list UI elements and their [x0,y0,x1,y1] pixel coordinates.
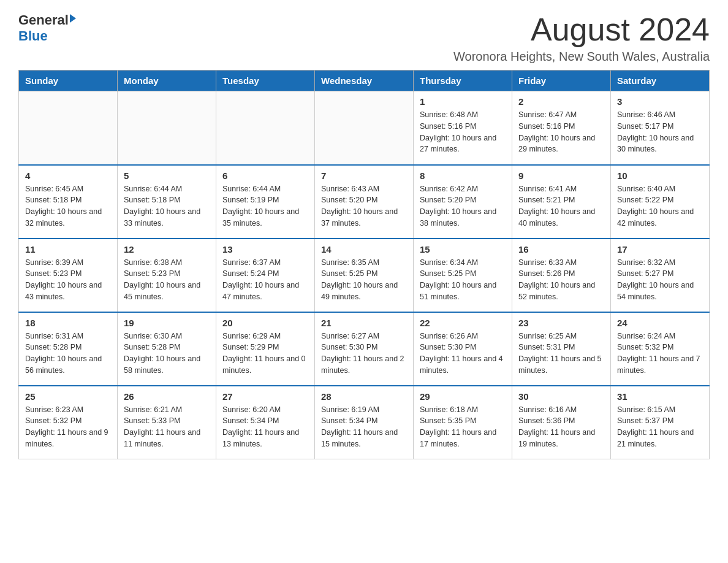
day-number: 29 [420,391,506,402]
calendar-cell: 21Sunrise: 6:27 AMSunset: 5:30 PMDayligh… [315,312,414,386]
day-info: Sunrise: 6:30 AMSunset: 5:28 PMDaylight:… [124,331,210,377]
calendar-cell: 25Sunrise: 6:23 AMSunset: 5:32 PMDayligh… [19,386,118,459]
calendar-cell: 9Sunrise: 6:41 AMSunset: 5:21 PMDaylight… [512,165,611,239]
day-number: 14 [321,244,407,255]
calendar-cell: 13Sunrise: 6:37 AMSunset: 5:24 PMDayligh… [216,239,315,312]
day-number: 26 [124,391,210,402]
day-info: Sunrise: 6:48 AMSunset: 5:16 PMDaylight:… [420,109,506,155]
calendar-cell [118,91,216,165]
calendar-cell: 1Sunrise: 6:48 AMSunset: 5:16 PMDaylight… [414,91,512,165]
calendar-cell: 2Sunrise: 6:47 AMSunset: 5:16 PMDaylight… [512,91,611,165]
day-number: 11 [25,244,111,255]
day-info: Sunrise: 6:27 AMSunset: 5:30 PMDaylight:… [321,331,407,377]
calendar-cell: 31Sunrise: 6:15 AMSunset: 5:37 PMDayligh… [611,386,710,459]
calendar-cell: 12Sunrise: 6:38 AMSunset: 5:23 PMDayligh… [118,239,216,312]
day-number: 2 [518,96,604,107]
day-info: Sunrise: 6:34 AMSunset: 5:25 PMDaylight:… [420,257,506,303]
calendar-cell: 5Sunrise: 6:44 AMSunset: 5:18 PMDaylight… [118,165,216,239]
day-number: 5 [124,170,210,181]
day-number: 10 [617,170,703,181]
col-friday: Friday [512,71,611,91]
day-info: Sunrise: 6:44 AMSunset: 5:18 PMDaylight:… [124,183,210,229]
day-info: Sunrise: 6:21 AMSunset: 5:33 PMDaylight:… [124,404,210,450]
calendar-cell: 26Sunrise: 6:21 AMSunset: 5:33 PMDayligh… [118,386,216,459]
col-saturday: Saturday [611,71,710,91]
day-info: Sunrise: 6:45 AMSunset: 5:18 PMDaylight:… [25,183,111,229]
calendar-week-row: 25Sunrise: 6:23 AMSunset: 5:32 PMDayligh… [19,386,710,459]
day-number: 28 [321,391,407,402]
calendar-cell: 28Sunrise: 6:19 AMSunset: 5:34 PMDayligh… [315,386,414,459]
day-number: 21 [321,318,407,328]
day-number: 20 [222,318,308,328]
calendar-cell: 18Sunrise: 6:31 AMSunset: 5:28 PMDayligh… [19,312,118,386]
day-number: 19 [124,318,210,328]
col-thursday: Thursday [414,71,512,91]
day-info: Sunrise: 6:23 AMSunset: 5:32 PMDaylight:… [25,404,111,450]
day-info: Sunrise: 6:26 AMSunset: 5:30 PMDaylight:… [420,331,506,377]
calendar-week-row: 11Sunrise: 6:39 AMSunset: 5:23 PMDayligh… [19,239,710,312]
title-area: August 2024 Woronora Heights, New South … [453,12,710,64]
calendar-cell [315,91,414,165]
day-info: Sunrise: 6:31 AMSunset: 5:28 PMDaylight:… [25,331,111,377]
day-info: Sunrise: 6:16 AMSunset: 5:36 PMDaylight:… [518,404,604,450]
calendar-cell: 19Sunrise: 6:30 AMSunset: 5:28 PMDayligh… [118,312,216,386]
calendar-cell: 17Sunrise: 6:32 AMSunset: 5:27 PMDayligh… [611,239,710,312]
day-info: Sunrise: 6:24 AMSunset: 5:32 PMDaylight:… [617,331,703,377]
day-info: Sunrise: 6:44 AMSunset: 5:19 PMDaylight:… [222,183,308,229]
day-info: Sunrise: 6:35 AMSunset: 5:25 PMDaylight:… [321,257,407,303]
calendar-cell: 11Sunrise: 6:39 AMSunset: 5:23 PMDayligh… [19,239,118,312]
calendar-cell: 16Sunrise: 6:33 AMSunset: 5:26 PMDayligh… [512,239,611,312]
day-info: Sunrise: 6:20 AMSunset: 5:34 PMDaylight:… [222,404,308,450]
calendar-header-row: Sunday Monday Tuesday Wednesday Thursday… [19,71,710,91]
day-info: Sunrise: 6:25 AMSunset: 5:31 PMDaylight:… [518,331,604,377]
day-number: 27 [222,391,308,402]
calendar-cell [216,91,315,165]
month-title: August 2024 [453,12,710,47]
day-info: Sunrise: 6:38 AMSunset: 5:23 PMDaylight:… [124,257,210,303]
col-wednesday: Wednesday [315,71,414,91]
calendar-cell: 20Sunrise: 6:29 AMSunset: 5:29 PMDayligh… [216,312,315,386]
calendar-cell [19,91,118,165]
day-info: Sunrise: 6:19 AMSunset: 5:34 PMDaylight:… [321,404,407,450]
day-info: Sunrise: 6:40 AMSunset: 5:22 PMDaylight:… [617,183,703,229]
calendar-cell: 22Sunrise: 6:26 AMSunset: 5:30 PMDayligh… [414,312,512,386]
calendar-cell: 6Sunrise: 6:44 AMSunset: 5:19 PMDaylight… [216,165,315,239]
day-number: 4 [25,170,111,181]
day-number: 30 [518,391,604,402]
day-info: Sunrise: 6:47 AMSunset: 5:16 PMDaylight:… [518,109,604,155]
calendar-cell: 27Sunrise: 6:20 AMSunset: 5:34 PMDayligh… [216,386,315,459]
logo-general-text: General [18,12,69,28]
day-info: Sunrise: 6:15 AMSunset: 5:37 PMDaylight:… [617,404,703,450]
calendar-cell: 3Sunrise: 6:46 AMSunset: 5:17 PMDaylight… [611,91,710,165]
day-info: Sunrise: 6:29 AMSunset: 5:29 PMDaylight:… [222,331,308,377]
logo-blue-text: Blue [18,28,48,44]
calendar-week-row: 4Sunrise: 6:45 AMSunset: 5:18 PMDaylight… [19,165,710,239]
calendar-cell: 4Sunrise: 6:45 AMSunset: 5:18 PMDaylight… [19,165,118,239]
day-number: 1 [420,96,506,107]
col-tuesday: Tuesday [216,71,315,91]
logo: General Blue [18,12,76,44]
day-number: 13 [222,244,308,255]
day-info: Sunrise: 6:37 AMSunset: 5:24 PMDaylight:… [222,257,308,303]
calendar-cell: 23Sunrise: 6:25 AMSunset: 5:31 PMDayligh… [512,312,611,386]
calendar-cell: 10Sunrise: 6:40 AMSunset: 5:22 PMDayligh… [611,165,710,239]
day-info: Sunrise: 6:43 AMSunset: 5:20 PMDaylight:… [321,183,407,229]
calendar-cell: 15Sunrise: 6:34 AMSunset: 5:25 PMDayligh… [414,239,512,312]
day-number: 18 [25,318,111,328]
day-number: 7 [321,170,407,181]
calendar-cell: 8Sunrise: 6:42 AMSunset: 5:20 PMDaylight… [414,165,512,239]
calendar-week-row: 1Sunrise: 6:48 AMSunset: 5:16 PMDaylight… [19,91,710,165]
day-number: 25 [25,391,111,402]
calendar-week-row: 18Sunrise: 6:31 AMSunset: 5:28 PMDayligh… [19,312,710,386]
col-monday: Monday [118,71,216,91]
day-number: 31 [617,391,703,402]
day-info: Sunrise: 6:32 AMSunset: 5:27 PMDaylight:… [617,257,703,303]
day-number: 15 [420,244,506,255]
day-number: 12 [124,244,210,255]
day-info: Sunrise: 6:42 AMSunset: 5:20 PMDaylight:… [420,183,506,229]
day-number: 6 [222,170,308,181]
day-number: 9 [518,170,604,181]
calendar-cell: 7Sunrise: 6:43 AMSunset: 5:20 PMDaylight… [315,165,414,239]
day-number: 24 [617,318,703,328]
page-header: General Blue August 2024 Woronora Height… [18,12,710,64]
